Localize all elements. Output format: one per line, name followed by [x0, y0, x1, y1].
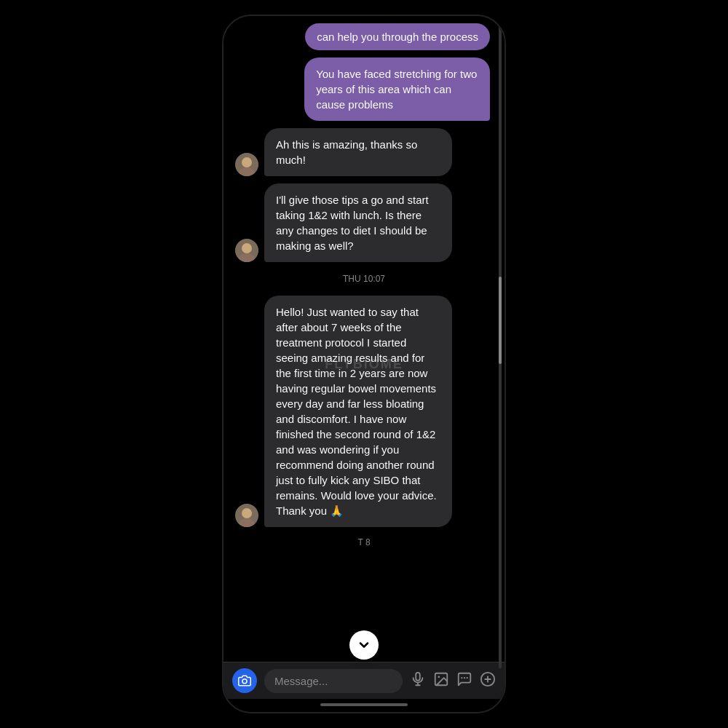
chat-area: can help you through the process You hav…	[223, 16, 505, 662]
message-received-2: I'll give those tips a go and start taki…	[235, 183, 496, 262]
message-sent-1: You have faced stretching for two years …	[232, 58, 490, 121]
scrollbar-track[interactable]	[499, 16, 502, 668]
svg-point-9	[242, 679, 247, 684]
camera-button[interactable]	[232, 668, 257, 693]
svg-point-14	[438, 676, 440, 678]
message-received-3: Hello! Just wanted to say that after abo…	[235, 296, 496, 527]
message-text: I'll give those tips a go and start taki…	[276, 194, 429, 252]
message-text: Hello! Just wanted to say that after abo…	[276, 306, 437, 517]
avatar-3	[235, 504, 258, 527]
mic-icon	[410, 671, 426, 687]
message-text: You have faced stretching for two years …	[316, 68, 477, 111]
plus-button[interactable]	[480, 671, 496, 690]
image-icon	[433, 671, 449, 687]
home-indicator	[223, 699, 505, 712]
home-bar	[320, 703, 408, 706]
message-placeholder: Message...	[274, 675, 328, 687]
svg-point-4	[242, 243, 252, 253]
bubble-button[interactable]	[456, 671, 472, 690]
svg-rect-10	[416, 673, 420, 681]
input-icons	[410, 671, 496, 690]
message-text: Ah this is amazing, thanks so much!	[276, 138, 417, 166]
bubble-sent-partial: can help you through the process	[305, 23, 490, 50]
mic-button[interactable]	[410, 671, 426, 690]
bubble-received-3: Hello! Just wanted to say that after abo…	[264, 296, 452, 527]
message-input[interactable]: Message...	[264, 669, 403, 693]
svg-point-1	[242, 157, 252, 167]
scroll-down-button[interactable]	[349, 630, 379, 660]
camera-icon	[238, 674, 251, 687]
plus-icon	[480, 671, 496, 687]
chat-bubble-icon	[456, 671, 472, 687]
bubble-received-2: I'll give those tips a go and start taki…	[264, 183, 452, 262]
chevron-down-icon	[357, 638, 371, 652]
bubble-received-1: Ah this is amazing, thanks so much!	[264, 128, 452, 176]
timestamp-thu: THU 10:07	[232, 274, 496, 284]
image-button[interactable]	[433, 671, 449, 690]
phone-frame: FLYBIOME can help you through the proces…	[222, 15, 506, 713]
message-received-1: Ah this is amazing, thanks so much!	[235, 128, 496, 176]
scrollbar-thumb[interactable]	[499, 277, 502, 364]
avatar-2	[235, 239, 258, 262]
message-sent-partial: can help you through the process	[232, 23, 490, 50]
svg-point-7	[242, 508, 252, 518]
avatar-1	[235, 153, 258, 176]
message-text: can help you through the process	[317, 31, 478, 43]
bubble-sent-1: You have faced stretching for two years …	[304, 58, 490, 121]
timestamp-partial: T 8	[232, 537, 496, 547]
input-bar: Message...	[223, 662, 505, 699]
